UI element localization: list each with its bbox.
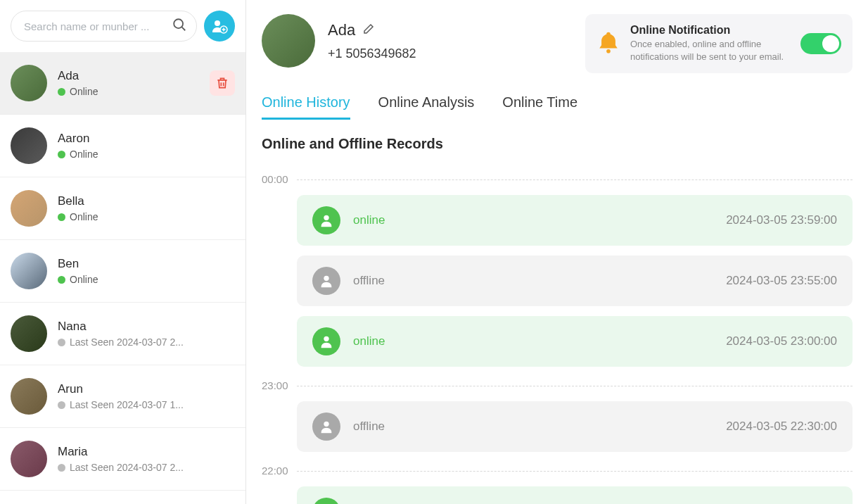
contact-name: Bella [58, 194, 235, 208]
record-row: online2024-03-05 21:00:00 [297, 486, 853, 504]
status-dot-icon [58, 151, 65, 158]
record-time: 2024-03-05 22:30:00 [726, 420, 837, 434]
contact-name: Maria [58, 445, 235, 459]
tab-online-analysis[interactable]: Online Analysis [378, 94, 475, 120]
contact-status: Online [58, 149, 235, 160]
person-icon [312, 267, 340, 295]
contact-item[interactable]: BenOnline [0, 240, 245, 303]
toggle-knob [822, 35, 839, 52]
contact-avatar [11, 65, 47, 101]
profile-name-row: Ada [328, 21, 416, 39]
contact-info: ArunLast Seen 2024-03-07 1... [58, 382, 235, 410]
hour-label: 00:00 [262, 173, 853, 185]
status-text: Online [70, 86, 98, 97]
contact-info: AdaOnline [58, 69, 199, 97]
records-title: Online and Offline Records [262, 136, 853, 152]
tab-online-time[interactable]: Online Time [502, 94, 577, 120]
notification-toggle[interactable] [800, 33, 841, 54]
svg-point-7 [324, 336, 328, 341]
contact-status: Online [58, 274, 235, 285]
contact-avatar [11, 253, 47, 289]
contact-status: Last Seen 2024-03-07 2... [58, 462, 235, 473]
status-dot-icon [58, 464, 65, 472]
delete-contact-button[interactable] [210, 70, 235, 96]
person-icon [312, 206, 340, 234]
record-status: offline [353, 274, 713, 288]
notification-title: Online Notification [630, 24, 791, 37]
svg-point-4 [606, 49, 611, 53]
profile-name: Ada [328, 21, 355, 39]
hour-label: 23:00 [262, 379, 853, 391]
status-text: Last Seen 2024-03-07 1... [70, 399, 184, 410]
contact-avatar [11, 127, 47, 164]
add-contact-button[interactable] [204, 11, 235, 42]
edit-name-button[interactable] [362, 23, 375, 38]
contact-avatar [11, 441, 47, 477]
svg-point-0 [174, 19, 183, 28]
contact-info: MariaLast Seen 2024-03-07 2... [58, 445, 235, 473]
profile-block: Ada +1 5056349682 [262, 14, 571, 68]
record-list: online2024-03-05 23:59:00offline2024-03-… [297, 195, 853, 367]
contact-status: Online [58, 211, 235, 222]
search-input[interactable] [11, 11, 197, 42]
svg-point-8 [324, 422, 328, 427]
record-status: online [353, 334, 713, 348]
search-wrap [11, 11, 197, 42]
status-dot-icon [58, 401, 65, 409]
contact-avatar [11, 190, 47, 227]
person-icon [312, 327, 340, 355]
contact-item[interactable]: ArunLast Seen 2024-03-07 1... [0, 365, 245, 428]
svg-point-6 [324, 276, 328, 281]
contacts-sidebar: AdaOnlineAaronOnlineBellaOnlineBenOnline… [0, 0, 246, 504]
svg-point-2 [215, 20, 220, 26]
contact-avatar [11, 315, 47, 352]
svg-line-1 [182, 27, 186, 31]
person-icon [312, 412, 340, 441]
record-row: offline2024-03-05 23:55:00 [297, 256, 853, 306]
status-text: Online [70, 274, 98, 285]
profile-phone: +1 5056349682 [328, 46, 416, 61]
contact-info: BenOnline [58, 257, 235, 285]
contact-info: AaronOnline [58, 132, 235, 160]
contacts-list: AdaOnlineAaronOnlineBellaOnlineBenOnline… [0, 52, 245, 504]
contact-item[interactable]: AdaOnline [0, 52, 245, 115]
hour-label: 22:00 [262, 465, 853, 477]
record-time: 2024-03-05 23:00:00 [726, 334, 837, 348]
contact-info: NanaLast Seen 2024-03-07 2... [58, 320, 235, 348]
tab-online-history[interactable]: Online History [262, 94, 350, 120]
contact-item[interactable]: MariaLast Seen 2024-03-07 2... [0, 428, 245, 491]
profile-avatar [262, 14, 315, 68]
record-time: 2024-03-05 23:59:00 [726, 213, 837, 227]
records-panel: Online and Offline Records 00:00online20… [246, 120, 868, 504]
status-text: Last Seen 2024-03-07 2... [70, 462, 184, 473]
status-dot-icon [58, 88, 65, 96]
status-dot-icon [58, 339, 65, 346]
status-dot-icon [58, 276, 65, 284]
status-text: Last Seen 2024-03-07 2... [70, 336, 184, 348]
record-row: offline2024-03-05 22:30:00 [297, 401, 853, 452]
search-icon[interactable] [172, 17, 187, 35]
contact-item[interactable]: AaronOnline [0, 115, 245, 177]
bell-icon [596, 30, 620, 57]
contact-item[interactable]: BellaOnline [0, 177, 245, 240]
svg-point-5 [324, 215, 328, 220]
profile-text: Ada +1 5056349682 [328, 21, 416, 61]
notification-card: Online Notification Once enabled, online… [585, 14, 853, 73]
person-icon [312, 498, 340, 504]
contact-info: BellaOnline [58, 194, 235, 222]
record-row: online2024-03-05 23:59:00 [297, 195, 853, 246]
header-row: Ada +1 5056349682 Online Notification On… [246, 0, 868, 73]
contact-name: Nana [58, 320, 235, 334]
contact-avatar [11, 378, 47, 415]
contact-status: Last Seen 2024-03-07 1... [58, 399, 235, 410]
status-text: Online [70, 211, 98, 222]
notification-text: Online Notification Once enabled, online… [630, 24, 791, 63]
tabs: Online History Online Analysis Online Ti… [246, 73, 868, 120]
record-list: offline2024-03-05 22:30:00 [297, 401, 853, 452]
status-dot-icon [58, 213, 65, 221]
search-row [0, 0, 245, 52]
timeline: 00:00online2024-03-05 23:59:00offline202… [262, 173, 853, 504]
contact-name: Ada [58, 69, 199, 83]
contact-item[interactable]: NanaLast Seen 2024-03-07 2... [0, 303, 245, 365]
record-time: 2024-03-05 23:55:00 [726, 274, 837, 288]
